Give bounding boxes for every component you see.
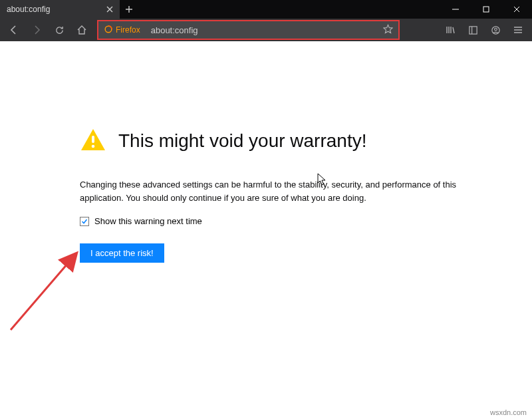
warning-body: Changing these advanced settings can be … xyxy=(80,178,492,204)
maximize-window-button[interactable] xyxy=(471,0,501,19)
identity-label: Firefox xyxy=(116,25,140,35)
menu-button[interactable] xyxy=(508,20,528,40)
show-warning-checkbox[interactable] xyxy=(80,217,89,226)
page-title: This might void your warranty! xyxy=(118,130,366,152)
svg-rect-2 xyxy=(469,26,476,33)
new-tab-button[interactable] xyxy=(120,0,138,19)
accept-risk-button[interactable]: I accept the risk! xyxy=(80,243,164,263)
show-warning-label: Show this warning next time xyxy=(94,216,202,226)
minimize-window-button[interactable] xyxy=(440,0,471,19)
titlebar-drag-area[interactable] xyxy=(138,0,440,19)
account-button[interactable] xyxy=(485,20,505,40)
back-button[interactable] xyxy=(4,20,24,40)
titlebar: about:config xyxy=(0,0,532,19)
tab-title: about:config xyxy=(7,5,104,14)
svg-rect-0 xyxy=(483,7,489,12)
svg-rect-5 xyxy=(92,136,94,143)
toolbar: Firefox about:config xyxy=(0,19,532,41)
watermark: wsxdn.com xyxy=(490,408,527,416)
svg-point-6 xyxy=(92,145,95,148)
home-button[interactable] xyxy=(72,20,92,40)
svg-line-7 xyxy=(11,254,76,330)
forward-button[interactable] xyxy=(27,20,47,40)
address-bar[interactable]: about:config xyxy=(146,21,398,39)
browser-tab[interactable]: about:config xyxy=(0,0,120,19)
annotation-arrow xyxy=(7,247,86,334)
svg-point-4 xyxy=(494,28,497,31)
library-button[interactable] xyxy=(440,20,460,40)
warning-triangle-icon xyxy=(80,128,106,154)
firefox-icon xyxy=(104,25,113,36)
url-text: about:config xyxy=(151,25,383,35)
address-bar-highlight: Firefox about:config xyxy=(97,20,400,40)
close-tab-icon[interactable] xyxy=(104,3,116,15)
page-content: This might void your warranty! Changing … xyxy=(0,41,532,419)
reload-button[interactable] xyxy=(49,20,69,40)
bookmark-star-icon[interactable] xyxy=(383,24,393,36)
close-window-button[interactable] xyxy=(501,0,532,19)
identity-pill[interactable]: Firefox xyxy=(98,21,146,39)
sidebar-button[interactable] xyxy=(463,20,483,40)
